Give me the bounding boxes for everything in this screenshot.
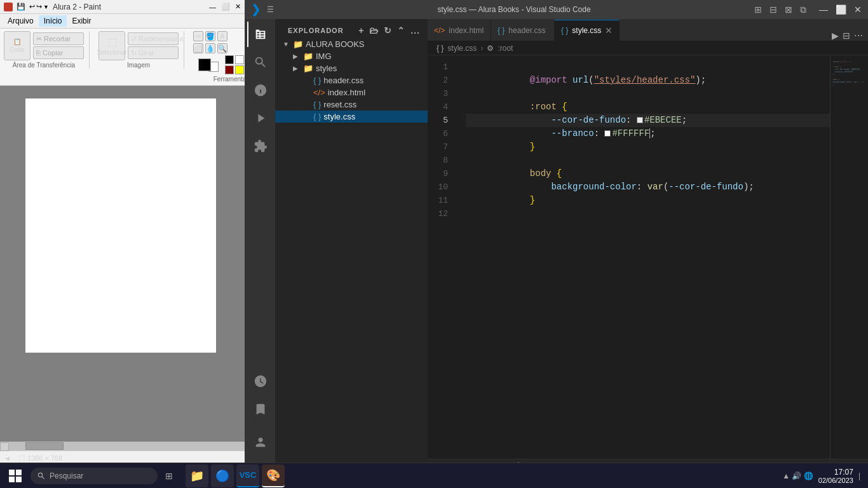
menu-inicio[interactable]: Início (39, 15, 67, 27)
run-icon[interactable]: ▶ (832, 30, 839, 41)
win-maximize-icon[interactable]: ⬜ (836, 4, 846, 15)
code-line-3: :root { (466, 87, 830, 100)
horizontal-scrollbar[interactable]: ◄ (0, 442, 245, 451)
show-desktop-icon[interactable]: | (858, 471, 860, 480)
canvas-content[interactable] (25, 98, 216, 353)
layout-left-icon[interactable]: ⊞ (754, 4, 762, 15)
line-numbers: 1 2 3 4 5 6 7 8 9 10 11 12 (428, 55, 461, 459)
activity-bookmarks[interactable] (247, 396, 273, 422)
sidebar-item-header-css[interactable]: ▶ { } header.css (275, 74, 428, 86)
zoom-tool[interactable]: 🔍 (217, 43, 227, 53)
tools-label: Ferramentas (214, 76, 250, 83)
breadcrumb-scope[interactable]: :root (498, 44, 513, 53)
taskbar-vscode[interactable]: VSC (236, 464, 259, 487)
color-black[interactable] (225, 55, 234, 64)
taskbar-paint[interactable]: 🎨 (262, 464, 285, 487)
line-num-9: 9 (428, 167, 456, 180)
minimize-icon[interactable]: — (209, 3, 216, 11)
color-darkred[interactable] (225, 65, 234, 74)
menu-icon[interactable]: ☰ (267, 5, 274, 14)
activity-timeline[interactable] (247, 369, 273, 394)
copiar-button[interactable]: ⎘Copiar (33, 46, 84, 59)
paint-canvas[interactable] (0, 86, 245, 442)
scroll-left-arrow[interactable]: ◄ (0, 442, 9, 451)
code-editor[interactable]: 1 2 3 4 5 6 7 8 9 10 11 12 @import url (428, 55, 868, 459)
save-icon[interactable]: 💾 (17, 3, 25, 11)
vscode-window: ❯ ☰ style.css — Alura Books - Visual Stu… (245, 0, 868, 488)
collapse-icon[interactable]: ⌃ (397, 25, 405, 36)
index-html-icon: </> (313, 88, 325, 97)
paint-window-controls[interactable]: — ⬜ ✕ (209, 3, 241, 11)
menu-arquivo[interactable]: Arquivo (3, 15, 39, 27)
foreground-color[interactable] (198, 58, 211, 71)
sidebar-item-index-html[interactable]: ▶ </> index.html (275, 86, 428, 98)
sidebar-item-img[interactable]: ▶ 📁 IMG (275, 50, 428, 62)
sidebar-project-root[interactable]: ▼ 📁 ALURA BOOKS (275, 38, 428, 50)
recortar-button[interactable]: ✂Recortar (33, 32, 84, 45)
code-content[interactable]: @import url("styles/header.css"); :root … (461, 55, 830, 459)
split-editor-icon[interactable]: ⊟ (843, 30, 850, 41)
taskbar-search[interactable]: Pesquisar (31, 468, 158, 484)
refresh-icon[interactable]: ↻ (384, 25, 392, 36)
layout-right-icon[interactable]: ⊠ (785, 4, 792, 15)
sidebar-item-styles[interactable]: ▶ 📁 styles (275, 62, 428, 74)
scrollbar-thumb[interactable] (25, 442, 64, 450)
color-yellow[interactable] (235, 65, 244, 74)
taskbar-file-explorer[interactable]: 📁 (186, 464, 208, 487)
new-folder-icon[interactable]: 🗁 (369, 25, 379, 36)
girar-button[interactable]: ↻Girar (128, 46, 179, 59)
more-editor-actions-icon[interactable]: ⋯ (854, 30, 863, 41)
color-white[interactable] (235, 55, 244, 64)
layout-center-icon[interactable]: ⊟ (770, 4, 777, 15)
activity-source-control[interactable] (247, 78, 273, 103)
more-actions-icon[interactable]: ... (410, 25, 420, 36)
line-num-3: 3 (428, 87, 456, 100)
minimap: @import url(...); :root { --cor-de-fundo… (830, 55, 868, 459)
start-button[interactable] (0, 463, 31, 489)
selecionar-button[interactable]: ⬚ Selecionar (98, 31, 125, 60)
activity-run-debug[interactable] (247, 105, 273, 131)
sidebar: EXPLORADOR + 🗁 ↻ ⌃ ... ▼ 📁 ALURA BOOKS (275, 19, 428, 488)
tab-style-css[interactable]: { } style.css ✕ (555, 20, 620, 41)
pencil-tool[interactable]: ✏ (193, 31, 203, 41)
activity-search[interactable] (247, 50, 273, 75)
task-view-button[interactable]: ⊞ (158, 463, 180, 489)
win-minimize-icon[interactable]: — (819, 4, 828, 15)
win-close-icon[interactable]: ✕ (854, 4, 862, 15)
line-num-7: 7 (428, 140, 456, 154)
tab-index-html[interactable]: </> index.html (428, 20, 491, 41)
sidebar-item-style-css[interactable]: ▶ { } style.css (275, 111, 428, 123)
eraser-tool[interactable]: ⬜ (193, 43, 203, 53)
close-icon[interactable]: ✕ (235, 3, 241, 11)
breadcrumb-file[interactable]: style.css (447, 44, 477, 53)
colar-button[interactable]: 📋 Colar (4, 31, 31, 60)
dropdown-icon[interactable]: ▼ (43, 4, 49, 10)
editor-area: </> index.html { } header.css { } style.… (428, 19, 868, 488)
taskbar-chrome[interactable]: 🔵 (211, 464, 234, 487)
paint-quick-access: 💾 ↩ ↪ ▼ (17, 3, 49, 11)
tab-header-css[interactable]: { } header.css (491, 20, 555, 41)
undo-icon[interactable]: ↩ (29, 3, 35, 11)
menu-exibir[interactable]: Exibir (67, 15, 96, 27)
selecionar-label: Selecionar (97, 49, 126, 56)
paint-status-left[interactable]: ◄ (4, 454, 11, 462)
colar-label: Colar (10, 46, 25, 53)
sidebar-item-reset-css[interactable]: ▶ { } reset.css (275, 98, 428, 111)
layout-split-icon[interactable]: ⧉ (800, 4, 806, 15)
line-num-10: 10 (428, 180, 456, 194)
activity-extensions[interactable] (247, 133, 273, 159)
activity-account[interactable] (247, 430, 273, 455)
text-tool[interactable]: A (217, 31, 227, 41)
new-file-icon[interactable]: + (358, 25, 364, 36)
redo-icon[interactable]: ↪ (36, 3, 42, 11)
activity-explorer[interactable] (247, 22, 273, 47)
reset-css-label: reset.css (323, 100, 428, 109)
fill-tool[interactable]: 🪣 (205, 31, 215, 41)
picker-tool[interactable]: 💧 (205, 43, 215, 53)
vscode-body: EXPLORADOR + 🗁 ↻ ⌃ ... ▼ 📁 ALURA BOOKS (245, 19, 868, 488)
tab-close-style-css[interactable]: ✕ (605, 25, 613, 36)
editor-tabs: </> index.html { } header.css { } style.… (428, 19, 868, 41)
redimensionar-button[interactable]: ⤢Redimensionar (128, 32, 179, 45)
maximize-icon[interactable]: ⬜ (221, 3, 230, 11)
paint-titlebar-left: 💾 ↩ ↪ ▼ Alura 2 - Paint (4, 3, 101, 11)
